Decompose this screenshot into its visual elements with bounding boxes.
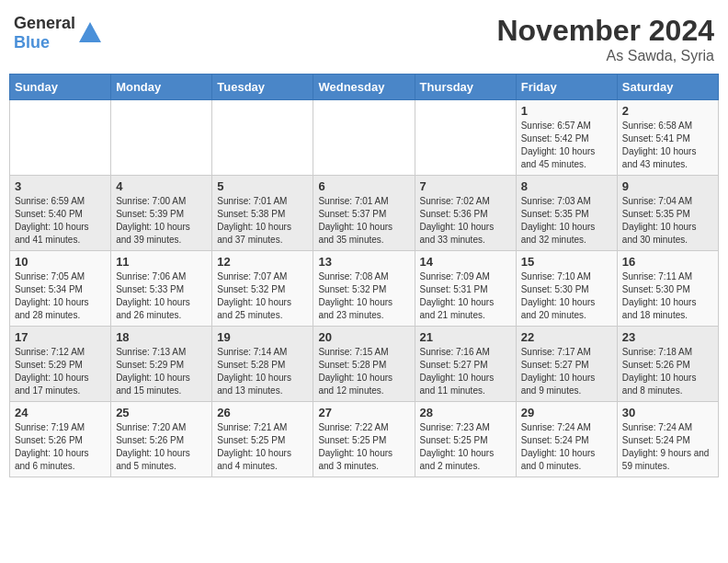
empty-cell <box>313 100 415 176</box>
day-cell-10: 10Sunrise: 7:05 AM Sunset: 5:34 PM Dayli… <box>10 251 111 327</box>
day-cell-30: 30Sunrise: 7:24 AM Sunset: 5:24 PM Dayli… <box>617 402 718 477</box>
day-cell-19: 19Sunrise: 7:14 AM Sunset: 5:28 PM Dayli… <box>212 327 313 402</box>
day-content: Sunrise: 7:10 AM Sunset: 5:30 PM Dayligh… <box>521 270 612 322</box>
day-content: Sunrise: 7:21 AM Sunset: 5:25 PM Dayligh… <box>217 421 308 473</box>
svg-marker-0 <box>79 22 101 42</box>
day-cell-11: 11Sunrise: 7:06 AM Sunset: 5:33 PM Dayli… <box>111 251 212 327</box>
day-content: Sunrise: 7:14 AM Sunset: 5:28 PM Dayligh… <box>217 346 308 397</box>
day-content: Sunrise: 7:16 AM Sunset: 5:27 PM Dayligh… <box>420 346 511 397</box>
day-number: 17 <box>15 330 106 344</box>
day-content: Sunrise: 7:08 AM Sunset: 5:32 PM Dayligh… <box>318 270 409 322</box>
day-content: Sunrise: 7:03 AM Sunset: 5:35 PM Dayligh… <box>521 195 612 247</box>
day-number: 27 <box>318 406 409 419</box>
day-content: Sunrise: 7:00 AM Sunset: 5:39 PM Dayligh… <box>116 195 207 247</box>
header-cell-monday: Monday <box>111 75 212 100</box>
day-content: Sunrise: 7:01 AM Sunset: 5:38 PM Dayligh… <box>217 195 308 247</box>
day-cell-25: 25Sunrise: 7:20 AM Sunset: 5:26 PM Dayli… <box>111 402 212 477</box>
day-cell-15: 15Sunrise: 7:10 AM Sunset: 5:30 PM Dayli… <box>516 251 617 327</box>
logo-icon <box>77 20 103 46</box>
day-content: Sunrise: 7:23 AM Sunset: 5:25 PM Dayligh… <box>420 421 511 473</box>
header-cell-wednesday: Wednesday <box>313 75 415 100</box>
day-cell-7: 7Sunrise: 7:02 AM Sunset: 5:36 PM Daylig… <box>415 176 516 251</box>
day-cell-21: 21Sunrise: 7:16 AM Sunset: 5:27 PM Dayli… <box>415 327 516 402</box>
calendar-body: 1Sunrise: 6:57 AM Sunset: 5:42 PM Daylig… <box>10 100 719 477</box>
logo-general: General <box>14 14 75 32</box>
week-row-4: 17Sunrise: 7:12 AM Sunset: 5:29 PM Dayli… <box>10 327 719 402</box>
day-cell-24: 24Sunrise: 7:19 AM Sunset: 5:26 PM Dayli… <box>10 402 111 477</box>
week-row-5: 24Sunrise: 7:19 AM Sunset: 5:26 PM Dayli… <box>10 402 719 477</box>
day-number: 22 <box>521 330 612 344</box>
day-content: Sunrise: 7:09 AM Sunset: 5:31 PM Dayligh… <box>420 270 511 322</box>
day-content: Sunrise: 7:01 AM Sunset: 5:37 PM Dayligh… <box>318 195 409 247</box>
day-number: 25 <box>116 406 207 419</box>
header-cell-tuesday: Tuesday <box>212 75 313 100</box>
day-content: Sunrise: 7:02 AM Sunset: 5:36 PM Dayligh… <box>420 195 511 247</box>
day-number: 18 <box>116 330 207 344</box>
empty-cell <box>415 100 516 176</box>
day-cell-29: 29Sunrise: 7:24 AM Sunset: 5:24 PM Dayli… <box>516 402 617 477</box>
day-number: 16 <box>622 255 713 269</box>
day-number: 30 <box>622 406 713 419</box>
day-cell-4: 4Sunrise: 7:00 AM Sunset: 5:39 PM Daylig… <box>111 176 212 251</box>
day-number: 7 <box>420 179 511 193</box>
day-content: Sunrise: 7:19 AM Sunset: 5:26 PM Dayligh… <box>15 421 106 473</box>
header-cell-thursday: Thursday <box>415 75 516 100</box>
day-number: 19 <box>217 330 308 344</box>
day-content: Sunrise: 7:24 AM Sunset: 5:24 PM Dayligh… <box>622 421 713 473</box>
empty-cell <box>111 100 212 176</box>
day-number: 29 <box>521 406 612 419</box>
day-cell-3: 3Sunrise: 6:59 AM Sunset: 5:40 PM Daylig… <box>10 176 111 251</box>
week-row-2: 3Sunrise: 6:59 AM Sunset: 5:40 PM Daylig… <box>10 176 719 251</box>
location-subtitle: As Sawda, Syria <box>496 48 714 64</box>
week-row-1: 1Sunrise: 6:57 AM Sunset: 5:42 PM Daylig… <box>10 100 719 176</box>
header-cell-saturday: Saturday <box>617 75 718 100</box>
day-content: Sunrise: 6:57 AM Sunset: 5:42 PM Dayligh… <box>521 120 612 171</box>
logo-blue: Blue <box>14 33 50 52</box>
day-content: Sunrise: 7:07 AM Sunset: 5:32 PM Dayligh… <box>217 270 308 322</box>
header-cell-sunday: Sunday <box>10 75 111 100</box>
day-number: 5 <box>217 179 308 193</box>
day-cell-14: 14Sunrise: 7:09 AM Sunset: 5:31 PM Dayli… <box>415 251 516 327</box>
empty-cell <box>10 100 111 176</box>
week-row-3: 10Sunrise: 7:05 AM Sunset: 5:34 PM Dayli… <box>10 251 719 327</box>
day-number: 1 <box>521 104 612 118</box>
day-number: 12 <box>217 255 308 269</box>
day-content: Sunrise: 6:58 AM Sunset: 5:41 PM Dayligh… <box>622 120 713 171</box>
page-header: General Blue November 2024 As Sawda, Syr… <box>9 9 719 64</box>
day-number: 14 <box>420 255 511 269</box>
day-number: 24 <box>15 406 106 419</box>
day-cell-27: 27Sunrise: 7:22 AM Sunset: 5:25 PM Dayli… <box>313 402 415 477</box>
day-content: Sunrise: 7:15 AM Sunset: 5:28 PM Dayligh… <box>318 346 409 397</box>
header-row: SundayMondayTuesdayWednesdayThursdayFrid… <box>10 75 719 100</box>
day-number: 13 <box>318 255 409 269</box>
day-cell-22: 22Sunrise: 7:17 AM Sunset: 5:27 PM Dayli… <box>516 327 617 402</box>
day-content: Sunrise: 7:05 AM Sunset: 5:34 PM Dayligh… <box>15 270 106 322</box>
day-content: Sunrise: 7:06 AM Sunset: 5:33 PM Dayligh… <box>116 270 207 322</box>
day-content: Sunrise: 7:18 AM Sunset: 5:26 PM Dayligh… <box>622 346 713 397</box>
logo-text: General Blue <box>14 14 75 52</box>
day-content: Sunrise: 7:04 AM Sunset: 5:35 PM Dayligh… <box>622 195 713 247</box>
day-content: Sunrise: 7:11 AM Sunset: 5:30 PM Dayligh… <box>622 270 713 322</box>
day-number: 3 <box>15 179 106 193</box>
month-title: November 2024 <box>496 14 714 48</box>
day-number: 4 <box>116 179 207 193</box>
day-cell-12: 12Sunrise: 7:07 AM Sunset: 5:32 PM Dayli… <box>212 251 313 327</box>
day-number: 23 <box>622 330 713 344</box>
day-cell-13: 13Sunrise: 7:08 AM Sunset: 5:32 PM Dayli… <box>313 251 415 327</box>
day-cell-23: 23Sunrise: 7:18 AM Sunset: 5:26 PM Dayli… <box>617 327 718 402</box>
day-content: Sunrise: 7:13 AM Sunset: 5:29 PM Dayligh… <box>116 346 207 397</box>
day-number: 6 <box>318 179 409 193</box>
day-content: Sunrise: 6:59 AM Sunset: 5:40 PM Dayligh… <box>15 195 106 247</box>
day-number: 8 <box>521 179 612 193</box>
calendar-table: SundayMondayTuesdayWednesdayThursdayFrid… <box>9 74 719 477</box>
day-content: Sunrise: 7:22 AM Sunset: 5:25 PM Dayligh… <box>318 421 409 473</box>
empty-cell <box>212 100 313 176</box>
day-number: 21 <box>420 330 511 344</box>
day-number: 10 <box>15 255 106 269</box>
logo: General Blue <box>14 14 103 52</box>
day-cell-16: 16Sunrise: 7:11 AM Sunset: 5:30 PM Dayli… <box>617 251 718 327</box>
day-cell-20: 20Sunrise: 7:15 AM Sunset: 5:28 PM Dayli… <box>313 327 415 402</box>
day-cell-1: 1Sunrise: 6:57 AM Sunset: 5:42 PM Daylig… <box>516 100 617 176</box>
day-number: 26 <box>217 406 308 419</box>
calendar-header: SundayMondayTuesdayWednesdayThursdayFrid… <box>10 75 719 100</box>
